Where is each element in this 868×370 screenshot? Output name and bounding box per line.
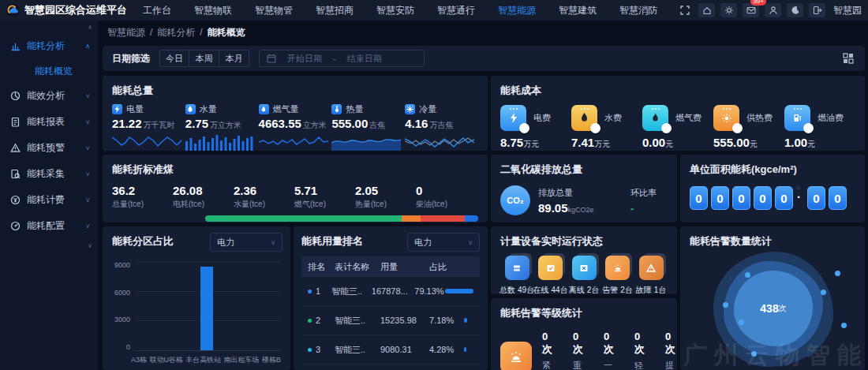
alarm-count-card: 能耗告警数量统计 438次 bbox=[680, 226, 865, 370]
alarm-count: 0次 bbox=[604, 331, 614, 357]
cost-gas: 燃气费 0.00元 bbox=[642, 105, 713, 150]
energy-cost-card: 能耗成本 电费 8.75万元 bbox=[491, 76, 865, 151]
menu-item-workbench[interactable]: 工作台 bbox=[143, 4, 171, 17]
sidebar-item-energy-billing[interactable]: 能耗计费 ∨ bbox=[0, 187, 98, 213]
start-date-placeholder: 开始日期 bbox=[287, 53, 322, 65]
sidebar-item-energy-collection[interactable]: 能耗采集 ∨ bbox=[0, 161, 98, 187]
alarm-label: 重要 bbox=[573, 360, 583, 370]
metric-label: 电量 bbox=[126, 103, 144, 115]
sidebar-scroll-down-icon[interactable]: ∨ bbox=[88, 243, 92, 249]
co2-row: CO₂ 排放总量 89.05kgCO2e 环比率 - bbox=[500, 185, 668, 215]
scatter-dot bbox=[745, 272, 750, 278]
unit-area-energy-card: 单位面积能耗(kgce/m²) 0 0 0 0 0 . 0 0 bbox=[680, 155, 865, 222]
coal-label: 热量(tce) bbox=[355, 199, 416, 210]
scatter-dot bbox=[739, 320, 744, 325]
coal-electricity: 26.08电耗(tce) bbox=[173, 184, 234, 210]
x-label: 联动U谷栋 bbox=[149, 355, 183, 365]
menu-item-iot[interactable]: 智慧物联 bbox=[194, 4, 232, 17]
card-title: 二氧化碳排放总量 bbox=[500, 163, 668, 177]
usage-value: 15235.98 bbox=[380, 316, 429, 325]
metric-water: 水量 2.75万立方米 bbox=[185, 103, 259, 151]
pie-clock-icon bbox=[10, 91, 21, 101]
messages-mail-icon[interactable]: 99+ bbox=[743, 3, 759, 17]
date-range-input[interactable]: 开始日期 - 结束日期 bbox=[259, 50, 425, 67]
x-label: 丰台高铁站 bbox=[185, 355, 221, 365]
settings-gear-icon[interactable] bbox=[720, 3, 737, 17]
logout-icon[interactable] bbox=[809, 3, 825, 17]
cost-unit: 元 bbox=[750, 140, 758, 148]
menu-item-security[interactable]: 智慧安防 bbox=[376, 4, 414, 17]
sidebar-scroll-up-icon[interactable]: ∧ bbox=[88, 24, 92, 31]
digit-box: 0 bbox=[711, 186, 729, 210]
heat-sparkline bbox=[331, 132, 401, 151]
menu-item-leasing[interactable]: 智慧招商 bbox=[316, 4, 354, 17]
card-title: 能耗折标准煤 bbox=[112, 163, 478, 177]
table-row[interactable]: 1 智能三.. 167878... 79.13% bbox=[301, 277, 480, 306]
metric-unit: 万千瓦时 bbox=[144, 121, 175, 129]
cost-heating: 供热费 555.00元 bbox=[713, 105, 784, 150]
today-button[interactable]: 今日 bbox=[159, 50, 189, 67]
device-alarm: 告警2台 bbox=[601, 256, 634, 296]
sidebar-item-label: 能效分析 bbox=[27, 89, 65, 103]
menu-item-building[interactable]: 智慧建筑 bbox=[559, 4, 597, 17]
layout-grid-icon[interactable] bbox=[843, 53, 854, 64]
alarm-label: 轻微 bbox=[634, 360, 645, 370]
digit-box: 0 bbox=[754, 186, 772, 210]
digit-dot-box: . bbox=[796, 186, 800, 190]
coal-diesel: 0柴油(tce) bbox=[416, 184, 477, 210]
x-label: 南出租车场 bbox=[224, 355, 260, 365]
app-root: 智慧园区综合运维平台 工作台 智慧物联 智慧物管 智慧招商 智慧安防 智慧通行 … bbox=[0, 0, 868, 370]
metric-heat: 热量 555.00吉焦 bbox=[331, 103, 405, 151]
sidebar-subitem-energy-overview[interactable]: 能耗概览 bbox=[0, 59, 98, 83]
home-icon[interactable] bbox=[698, 3, 715, 17]
sidebar-item-energy-analysis[interactable]: 能耗分析 ∧ bbox=[0, 33, 98, 59]
this-week-button[interactable]: 本周 bbox=[189, 50, 219, 67]
this-month-button[interactable]: 本月 bbox=[219, 50, 249, 67]
water-fee-icon bbox=[571, 105, 597, 131]
menu-item-access[interactable]: 智慧通行 bbox=[437, 4, 475, 17]
menu-item-fire[interactable]: 智慧消防 bbox=[619, 4, 657, 17]
sidebar-item-efficiency-analysis[interactable]: 能效分析 ∨ bbox=[0, 83, 98, 109]
pct-value: 7.18% bbox=[429, 316, 464, 325]
table-row[interactable]: 3 智能三.. 9080.31 4.28% bbox=[301, 335, 480, 364]
fee-badge-icon bbox=[732, 123, 743, 133]
device-online: 在线44台 bbox=[534, 256, 567, 296]
cooling-sparkline bbox=[405, 132, 474, 151]
chevron-down-icon: ∨ bbox=[85, 118, 90, 125]
device-label: 告警 bbox=[602, 285, 618, 296]
sidebar-item-label: 能耗计费 bbox=[27, 193, 65, 207]
zone-energy-type-select[interactable]: 电力 ∨ bbox=[210, 233, 282, 252]
card-title: 能耗告警等级统计 bbox=[500, 306, 668, 320]
dark-mode-moon-icon[interactable] bbox=[787, 3, 803, 17]
header-pct: 占比 bbox=[429, 261, 464, 273]
fullscreen-icon[interactable] bbox=[676, 3, 693, 17]
user-name[interactable]: 智慧园 bbox=[833, 4, 862, 17]
brand: 智慧园区综合运维平台 bbox=[6, 3, 127, 17]
rank-dot bbox=[308, 348, 312, 352]
metric-unit: 万吉焦 bbox=[429, 121, 453, 129]
breadcrumb-item[interactable]: 智慧能源 bbox=[107, 26, 145, 39]
main-menu: 工作台 智慧物联 智慧物管 智慧招商 智慧安防 智慧通行 智慧能源 智慧建筑 智… bbox=[143, 4, 670, 17]
sidebar-item-energy-config[interactable]: 能耗配置 ∨ bbox=[0, 213, 98, 239]
menu-item-energy[interactable]: 智慧能源 bbox=[498, 4, 536, 17]
user-profile-icon[interactable] bbox=[765, 3, 781, 17]
table-row[interactable]: 2 智能三.. 15235.98 7.18% bbox=[301, 306, 480, 335]
coal-value: 2.05 bbox=[355, 184, 416, 197]
bar-fengtai-station[interactable] bbox=[200, 267, 213, 350]
x-label: 楼栋B bbox=[262, 355, 281, 365]
device-value: 2台 bbox=[620, 285, 633, 296]
sidebar-item-energy-report[interactable]: 能耗报表 ∨ bbox=[0, 109, 98, 135]
device-value: 1台 bbox=[654, 285, 667, 296]
rank-number: 1 bbox=[316, 286, 320, 296]
table-row[interactable]: 4 智能三.. 8194.75 3.86% bbox=[301, 364, 480, 370]
cost-fuel: 燃油费 1.00元 bbox=[784, 105, 855, 150]
breadcrumb-item[interactable]: 能耗分析 bbox=[157, 26, 195, 39]
sidebar-item-energy-warning[interactable]: 能耗预警 ∨ bbox=[0, 135, 98, 161]
device-total: 总数49台 bbox=[500, 256, 533, 296]
zone-bar-chart: 9000 6000 3000 0 bbox=[112, 261, 281, 351]
card-title: 计量设备实时运行状态 bbox=[500, 234, 668, 249]
menu-item-property[interactable]: 智慧物管 bbox=[255, 4, 293, 17]
scatter-dot bbox=[751, 351, 757, 357]
ranking-energy-type-select[interactable]: 电力 ∨ bbox=[407, 233, 480, 252]
alarm-total: 438次 bbox=[734, 271, 813, 346]
